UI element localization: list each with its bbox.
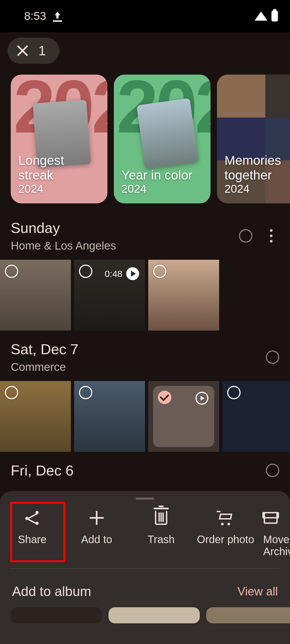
move-to-archive-action[interactable]: Move to Archive — [258, 510, 290, 558]
play-icon — [126, 267, 139, 280]
memory-year: 2024 — [121, 182, 203, 195]
date-header-sat-dec-7: Sat, Dec 7 Commerce — [0, 333, 290, 379]
plus-icon — [90, 511, 104, 525]
video-duration: 0:48 — [105, 269, 122, 279]
photo-thumb[interactable] — [0, 381, 71, 452]
memory-card-year-in-color[interactable]: Year in color 2024 — [114, 75, 211, 203]
photo-thumb[interactable] — [0, 260, 71, 331]
memory-year: 2024 — [18, 182, 100, 195]
trash-icon — [155, 511, 167, 525]
selection-count: 1 — [38, 43, 46, 58]
selection-ring[interactable] — [79, 265, 92, 278]
motion-photo-icon — [195, 392, 208, 405]
action-label: Order photo — [197, 533, 254, 546]
cart-icon — [218, 511, 233, 524]
sheet-handle[interactable] — [136, 497, 154, 500]
status-bar: 8:53 — [0, 0, 290, 32]
photo-row — [0, 379, 290, 454]
memories-carousel[interactable]: Longest streak 2024 Year in color 2024 M… — [0, 67, 290, 211]
date-secondary: Commerce — [11, 361, 266, 374]
album-thumb[interactable] — [11, 607, 102, 623]
action-label: Move to — [263, 533, 290, 546]
album-thumb[interactable] — [108, 607, 200, 623]
select-day-ring[interactable] — [266, 464, 279, 477]
selection-pill[interactable]: 1 — [8, 38, 59, 64]
photo-thumb[interactable] — [74, 381, 145, 452]
memory-card-longest-streak[interactable]: Longest streak 2024 — [11, 75, 107, 203]
share-action[interactable]: Share — [0, 510, 64, 558]
date-primary: Sat, Dec 7 — [11, 341, 266, 357]
action-label: Trash — [148, 533, 175, 546]
share-icon — [25, 510, 40, 525]
check-icon[interactable] — [158, 391, 171, 404]
selection-ring[interactable] — [5, 386, 18, 399]
archive-icon — [264, 512, 278, 524]
video-duration-badge: 0:48 — [105, 267, 139, 280]
date-header-sunday: Sunday Home & Los Angeles — [0, 211, 290, 258]
memory-title: Year in color — [121, 168, 203, 182]
status-time: 8:53 — [24, 10, 46, 23]
album-thumb[interactable] — [206, 607, 290, 623]
battery-icon — [271, 11, 278, 21]
album-row — [0, 607, 290, 623]
subsection-title: Add to album — [12, 584, 91, 599]
date-primary: Fri, Dec 6 — [11, 462, 266, 479]
action-row: Share Add to Trash Order photo Move to A… — [0, 500, 290, 568]
action-label: Add to — [81, 533, 112, 546]
photo-thumb-video[interactable]: 0:48 — [74, 260, 145, 331]
memory-thumbnail — [136, 98, 198, 169]
wifi-icon — [255, 12, 267, 21]
close-icon[interactable] — [16, 44, 29, 57]
date-primary: Sunday — [11, 219, 239, 236]
trash-action[interactable]: Trash — [129, 510, 193, 558]
memory-year: 2024 — [224, 182, 290, 195]
action-label: Archive — [263, 546, 290, 558]
photo-row: 0:48 — [0, 258, 290, 333]
photo-thumb[interactable] — [222, 381, 290, 452]
selection-ring[interactable] — [79, 386, 92, 399]
selection-ring[interactable] — [5, 265, 18, 278]
photo-thumb-selected[interactable] — [148, 381, 219, 452]
select-day-ring[interactable] — [266, 350, 279, 364]
view-all-link[interactable]: View all — [237, 585, 278, 598]
action-label: Share — [18, 533, 47, 546]
selection-header: 1 — [0, 32, 290, 67]
order-photo-action[interactable]: Order photo — [193, 510, 258, 558]
memory-title: Memories together — [224, 153, 290, 182]
add-to-action[interactable]: Add to — [64, 510, 129, 558]
photo-thumb[interactable] — [148, 260, 219, 331]
more-icon[interactable] — [263, 229, 279, 243]
date-header-fri-dec-6: Fri, Dec 6 — [0, 454, 290, 479]
date-secondary: Home & Los Angeles — [11, 239, 239, 252]
selection-ring[interactable] — [153, 265, 166, 278]
memory-card-memories-together[interactable]: Memories together 2024 — [217, 75, 290, 203]
bottom-sheet[interactable]: Share Add to Trash Order photo Move to A… — [0, 491, 290, 644]
selection-ring[interactable] — [227, 386, 241, 399]
select-day-ring[interactable] — [239, 229, 252, 243]
add-to-album-header: Add to album View all — [0, 569, 290, 607]
upload-icon — [53, 12, 62, 21]
memory-title: Longest streak — [18, 153, 100, 182]
